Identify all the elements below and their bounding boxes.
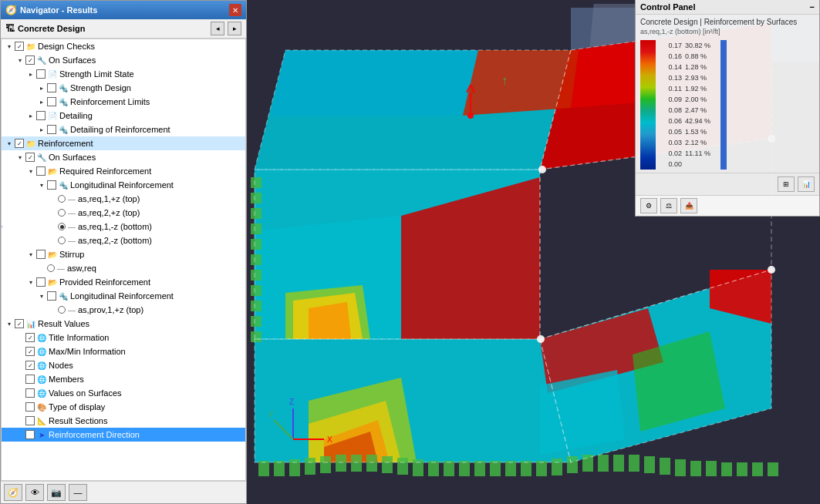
checkbox-strength-limit[interactable] [36, 69, 46, 79]
tree-item-result-sections[interactable]: 📐 Result Sections [2, 414, 245, 428]
svg-rect-53 [675, 459, 686, 476]
cp-table-button[interactable]: ⊞ [778, 176, 795, 192]
control-panel-title: Control Panel [640, 2, 696, 12]
tree-item-nodes[interactable]: 🌐 Nodes [2, 358, 245, 372]
close-button[interactable]: ✕ [229, 4, 241, 16]
tree-item-as-prov-1-top[interactable]: — as,prov,1,+z (top) [2, 303, 245, 317]
expand-asw-req [37, 264, 46, 273]
checkbox-reinf-direction[interactable] [25, 430, 35, 439]
tree-item-strength-design[interactable]: 🔩 Strength Design [2, 81, 245, 95]
tree-item-as-req-2-top[interactable]: — as,req,2,+z (top) [2, 206, 245, 220]
icon-long-reinf-2: 🔩 [58, 291, 69, 301]
svg-point-89 [538, 166, 546, 173]
radio-as-req-2-top[interactable] [58, 209, 66, 217]
tree-item-result-values[interactable]: 📊 Result Values [2, 317, 245, 331]
radio-as-prov-1-top[interactable] [58, 306, 66, 314]
checkbox-members[interactable] [25, 375, 35, 384]
tree-item-detailing[interactable]: 📄 Detailing [2, 109, 245, 123]
tree-item-reinf-limits[interactable]: 🔩 Reinforcement Limits [2, 95, 245, 109]
tree-item-title-info[interactable]: 🌐 Title Information [2, 331, 245, 344]
checkbox-result-sections[interactable] [25, 416, 35, 425]
checkbox-maxmin-info[interactable] [25, 347, 35, 356]
checkbox-required-reinf[interactable] [36, 166, 46, 176]
radio-as-req-2-bottom[interactable] [58, 237, 66, 244]
viewport[interactable]: Z X Y ↙ ↑ Control Panel − Con [247, 0, 820, 504]
icon-detailing: 📄 [47, 110, 58, 121]
nav-btn-2[interactable]: 👁 [25, 484, 44, 501]
checkbox-detailing-reinf[interactable] [47, 125, 56, 134]
checkbox-result-values[interactable] [15, 319, 24, 328]
checkbox-strength-design[interactable] [47, 83, 56, 92]
checkbox-stirrup[interactable] [36, 250, 46, 259]
checkbox-detailing[interactable] [36, 111, 46, 120]
tree-item-on-surfaces-1[interactable]: 🔧 On Surfaces [2, 53, 245, 67]
cp-export-button[interactable]: 📤 [680, 198, 697, 213]
label-reinf-limits: Reinforcement Limits [70, 97, 150, 106]
checkbox-long-reinf-2[interactable] [47, 291, 56, 301]
tree-item-design-checks[interactable]: 📁 Design Checks [2, 39, 245, 53]
radio-asw-req[interactable] [47, 264, 55, 272]
label-type-display: Type of display [49, 402, 105, 412]
checkbox-values-surfaces[interactable] [25, 388, 35, 398]
svg-rect-55 [706, 461, 717, 476]
cp-chart-button[interactable]: 📊 [798, 176, 815, 192]
checkbox-nodes[interactable] [25, 361, 35, 370]
tree-item-members[interactable]: 🌐 Members [2, 372, 245, 386]
tree-item-values-surfaces[interactable]: 🌐 Values on Surfaces [2, 386, 245, 400]
checkbox-on-surfaces-2[interactable] [25, 153, 35, 162]
tree-item-as-req-1-bottom[interactable]: — as,req,1,-z (bottom) ➤ [2, 220, 245, 234]
tree-item-maxmin-info[interactable]: 🌐 Max/Min Information [2, 344, 245, 358]
label-as-prov-1-top: as,prov,1,+z (top) [78, 305, 143, 314]
checkbox-reinforcement[interactable] [15, 139, 24, 148]
nav-btn-3[interactable]: 📷 [47, 484, 66, 501]
svg-rect-62 [251, 208, 262, 219]
expand-as-req-1-top [48, 194, 57, 203]
nav-btn-1[interactable]: 🧭 [4, 484, 22, 501]
cp-scale-button[interactable]: ⚖ [660, 198, 677, 213]
svg-rect-51 [644, 456, 655, 473]
radio-as-req-1-bottom[interactable] [58, 223, 66, 230]
cp-minimize[interactable]: − [810, 2, 815, 12]
expand-long-reinf-1 [37, 180, 46, 190]
svg-rect-30 [320, 456, 331, 473]
tree-item-as-req-1-top[interactable]: — as,req,1,+z (top) [2, 192, 245, 206]
cp-settings-button[interactable]: ⚙ [640, 198, 657, 213]
tree-item-detailing-reinf[interactable]: 🔩 Detailing of Reinforcement [2, 123, 245, 136]
svg-rect-68 [251, 301, 262, 311]
tree-item-on-surfaces-2[interactable]: 🔧 On Surfaces [2, 150, 245, 164]
checkbox-reinf-limits[interactable] [47, 97, 56, 106]
svg-rect-66 [251, 270, 262, 281]
label-long-reinf-2: Longitudinal Reinforcement [70, 291, 174, 301]
tree-item-reinforcement[interactable]: 📁 Reinforcement [2, 136, 245, 150]
tree-item-type-display[interactable]: 🎨 Type of display [2, 400, 245, 414]
next-button[interactable]: ▸ [228, 22, 241, 35]
checkbox-title-info[interactable] [25, 333, 35, 342]
svg-rect-34 [382, 456, 393, 473]
checkbox-design-checks[interactable] [15, 42, 24, 51]
tree-item-strength-limit[interactable]: 📄 Strength Limit State [2, 67, 245, 81]
tree-item-stirrup[interactable]: 📂 Stirrup [2, 247, 245, 261]
prev-button[interactable]: ◂ [211, 22, 224, 35]
nav-toolbar: 🏗 Concrete Design ◂ ▸ [1, 19, 246, 39]
tree-item-asw-req[interactable]: — asw,req [2, 261, 245, 275]
radio-as-req-1-top[interactable] [58, 195, 66, 203]
tree-item-long-reinf-2[interactable]: 🔩 Longitudinal Reinforcement [2, 289, 245, 303]
tree-item-provided-reinf[interactable]: 📂 Provided Reinforcement [2, 275, 245, 289]
checkbox-on-surfaces-1[interactable] [25, 55, 35, 65]
label-on-surfaces-1: On Surfaces [49, 55, 96, 65]
expand-on-surfaces-1 [15, 55, 25, 65]
tree-item-required-reinf[interactable]: 📂 Required Reinforcement [2, 164, 245, 178]
checkbox-long-reinf-1[interactable] [47, 180, 56, 190]
tree-item-long-reinf-1[interactable]: 🔩 Longitudinal Reinforcement [2, 178, 245, 192]
tree-item-as-req-2-bottom[interactable]: — as,req,2,-z (bottom) [2, 234, 245, 247]
svg-rect-36 [413, 459, 423, 476]
label-detailing-reinf: Detailing of Reinforcement [70, 125, 170, 134]
checkbox-provided-reinf[interactable] [36, 277, 46, 287]
svg-rect-47 [582, 455, 593, 472]
icon-strength-design: 🔩 [58, 82, 69, 93]
nav-btn-4[interactable]: — [69, 484, 87, 501]
tree-item-reinf-direction[interactable]: ➤ Reinforcement Direction [2, 428, 245, 442]
checkbox-type-display[interactable] [25, 402, 35, 412]
legend-row-4: 0.11 1.92 % [660, 83, 716, 94]
svg-rect-32 [351, 455, 362, 472]
